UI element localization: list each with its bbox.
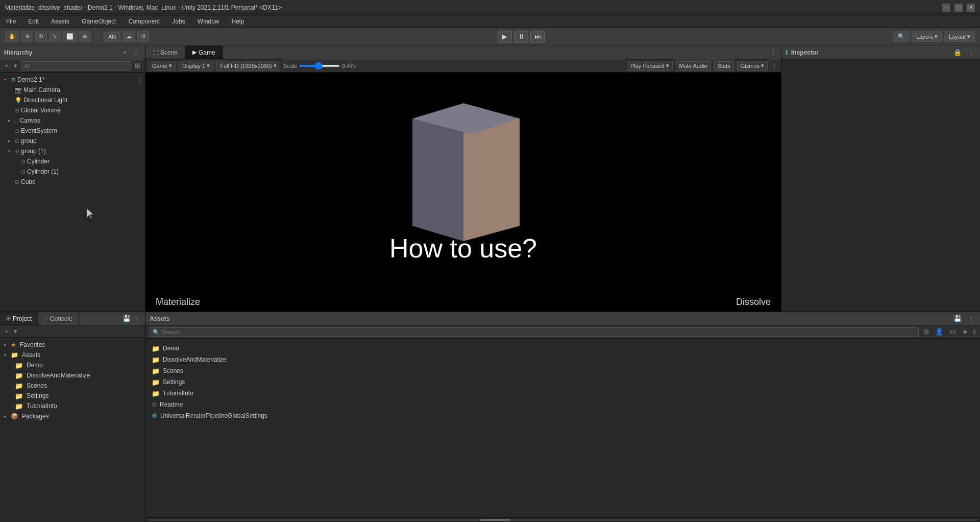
- assets-save-btn[interactable]: 💾: [952, 314, 963, 323]
- layers-button[interactable]: Layers ▾: [912, 31, 942, 42]
- gizmos-btn[interactable]: Gizmos ▾: [737, 61, 768, 70]
- menu-assets[interactable]: Assets: [49, 17, 71, 26]
- hierarchy-filter-button[interactable]: ⊞: [133, 61, 142, 70]
- search-toolbar-button[interactable]: 🔍: [893, 31, 910, 42]
- assets-search-container: 🔍: [150, 327, 919, 337]
- packages-folder-icon: 📦: [11, 413, 18, 420]
- toolbar-divider-1: [97, 32, 97, 42]
- hierarchy-item-eventsystem[interactable]: ⊙ EventSystem: [0, 126, 145, 136]
- project-item-tutorial[interactable]: 📁 TutorialInfo: [0, 401, 145, 411]
- hierarchy-item-group[interactable]: ▸ ⊙ group: [0, 136, 145, 146]
- asset-item-readme[interactable]: ⊙ Readme: [150, 399, 976, 410]
- assets-menu-btn[interactable]: ⋮: [966, 314, 976, 323]
- mute-audio-btn[interactable]: Mute Audio: [676, 61, 711, 70]
- account-button[interactable]: AN: [104, 32, 120, 42]
- hierarchy-menu-button[interactable]: ⋮: [131, 48, 141, 57]
- rotate-tool[interactable]: ↻: [35, 31, 47, 42]
- layout-arrow: ▾: [967, 33, 970, 40]
- resolution-btn[interactable]: Full HD (1920x1080) ▾: [216, 61, 280, 70]
- scale-slider[interactable]: [299, 65, 340, 67]
- cloud-button[interactable]: ☁: [122, 31, 135, 42]
- menu-edit[interactable]: Edit: [26, 17, 41, 26]
- hierarchy-search[interactable]: [21, 61, 131, 70]
- hierarchy-item-directional-light[interactable]: 💡 Directional Light: [0, 95, 145, 105]
- expand-arrow-demo2: ▾: [4, 77, 9, 82]
- hierarchy-item-cube[interactable]: ⊙ Cube: [0, 177, 145, 187]
- assets-filter-btn-1[interactable]: ⊞: [922, 327, 930, 336]
- inspector-panel: ℹ Inspector 🔒 ⋮: [781, 46, 980, 312]
- scene-tab-icon: ⛶: [153, 50, 158, 56]
- project-item-assets[interactable]: ▾ 📁 Assets: [0, 350, 145, 360]
- pause-button[interactable]: ⏸: [514, 31, 528, 43]
- menu-help[interactable]: Help: [230, 17, 247, 26]
- menu-gameobject[interactable]: GameObject: [80, 17, 118, 26]
- stats-btn[interactable]: Stats: [714, 61, 734, 70]
- play-button[interactable]: ▶: [498, 31, 512, 43]
- project-item-demo[interactable]: 📁 Demo: [0, 360, 145, 370]
- move-tool[interactable]: ✛: [21, 31, 33, 42]
- assets-filter-btn-3[interactable]: 🏷: [948, 327, 958, 336]
- menu-component[interactable]: Component: [126, 17, 162, 26]
- inspector-menu-btn[interactable]: ⋮: [966, 48, 976, 57]
- hierarchy-item-cylinder1[interactable]: ⊙ Cylinder (1): [0, 167, 145, 177]
- hierarchy-item-main-camera[interactable]: 📷 Main Camera: [0, 85, 145, 95]
- game-tab-menu[interactable]: ⋮: [770, 49, 777, 57]
- console-tab[interactable]: ≡ Console: [38, 312, 79, 325]
- project-nav-btn[interactable]: ▾: [12, 327, 19, 336]
- hierarchy-item-group1[interactable]: ▾ ⊙ group (1): [0, 146, 145, 156]
- transform-tool[interactable]: ⊕: [79, 31, 91, 42]
- step-button[interactable]: ⏭: [530, 31, 545, 43]
- scrollbar-thumb[interactable]: [480, 519, 510, 521]
- assets-star-btn[interactable]: ★: [961, 327, 970, 336]
- collab-button[interactable]: ↺: [137, 31, 149, 42]
- project-save-btn[interactable]: 💾: [121, 314, 132, 323]
- display-btn[interactable]: Display 1 ▾: [179, 61, 213, 70]
- project-menu-btn[interactable]: ⋮: [132, 314, 142, 323]
- project-item-scenes[interactable]: 📁 Scenes: [0, 381, 145, 391]
- rect-tool[interactable]: ⬜: [63, 31, 77, 42]
- hierarchy-arrow[interactable]: ▾: [12, 61, 19, 70]
- hierarchy-add-small[interactable]: +: [3, 61, 10, 70]
- menu-window[interactable]: Window: [195, 17, 222, 26]
- demo-asset-label: Demo: [163, 345, 179, 352]
- close-button[interactable]: ✕: [967, 4, 975, 12]
- assets-scrollbar[interactable]: [145, 517, 980, 522]
- hand-tool[interactable]: ✋: [5, 31, 19, 42]
- hierarchy-item-demo2[interactable]: ▾ ⚙ Demo2 1* ⋮: [0, 75, 145, 85]
- game-dropdown-btn[interactable]: Game ▾: [149, 61, 176, 70]
- scene-tab[interactable]: ⛶ Scene: [145, 46, 185, 59]
- asset-item-scenes[interactable]: 📁 Scenes: [150, 365, 976, 376]
- hierarchy-item-global-volume[interactable]: ⊙ Global Volume: [0, 105, 145, 115]
- hierarchy-add-button[interactable]: +: [121, 48, 128, 57]
- hierarchy-item-cylinder[interactable]: ⊙ Cylinder: [0, 156, 145, 167]
- assets-main-panel: Assets 💾 ⋮ 🔍 ⊞ 👤 🏷 ★ 5: [145, 312, 980, 522]
- play-focused-btn[interactable]: Play Focused ▾: [627, 61, 673, 70]
- minimize-button[interactable]: ─: [942, 4, 950, 12]
- project-tab[interactable]: ⊞ Project: [0, 312, 38, 325]
- project-item-favorites[interactable]: ▸ ★ Favorites: [0, 340, 145, 350]
- asset-item-dissolve[interactable]: 📁 DissolveAndMaterialize: [150, 354, 976, 365]
- layout-button[interactable]: Layout ▾: [944, 31, 975, 42]
- bottom-left-label: Materialize: [156, 297, 200, 307]
- demo2-menu-btn[interactable]: ⋮: [135, 76, 145, 84]
- assets-search-input[interactable]: [150, 327, 919, 337]
- project-item-dissolve[interactable]: 📁 DissolveAndMaterialize: [0, 370, 145, 381]
- menu-jobs[interactable]: Jobs: [170, 17, 187, 26]
- inspector-lock-btn[interactable]: 🔒: [952, 48, 963, 57]
- asset-item-demo[interactable]: 📁 Demo: [150, 343, 976, 354]
- game-canvas[interactable]: How to use? Materialize Dissolve: [145, 73, 781, 312]
- main-toolbar: ✋ ✛ ↻ ⤡ ⬜ ⊕ AN ☁ ↺ ▶ ⏸ ⏭ 🔍 Layers ▾ Layo…: [0, 28, 980, 46]
- project-item-settings[interactable]: 📁 Settings: [0, 391, 145, 401]
- game-tab[interactable]: ▶ Game: [185, 46, 223, 59]
- asset-item-tutorial[interactable]: 📁 TutorialInfo: [150, 388, 976, 399]
- game-toolbar-menu[interactable]: ⋮: [771, 62, 778, 70]
- asset-item-settings[interactable]: 📁 Settings: [150, 376, 976, 388]
- scale-tool[interactable]: ⤡: [49, 31, 61, 42]
- project-add-btn[interactable]: +: [3, 327, 10, 336]
- asset-item-urp[interactable]: ⚙ UniversalRenderPipelineGlobalSettings: [150, 410, 976, 421]
- assets-filter-btn-2[interactable]: 👤: [934, 327, 945, 336]
- menu-file[interactable]: File: [4, 17, 18, 26]
- project-item-packages[interactable]: ▸ 📦 Packages: [0, 411, 145, 421]
- maximize-button[interactable]: □: [954, 4, 963, 12]
- hierarchy-item-canvas[interactable]: ▸ □ Canvas: [0, 115, 145, 126]
